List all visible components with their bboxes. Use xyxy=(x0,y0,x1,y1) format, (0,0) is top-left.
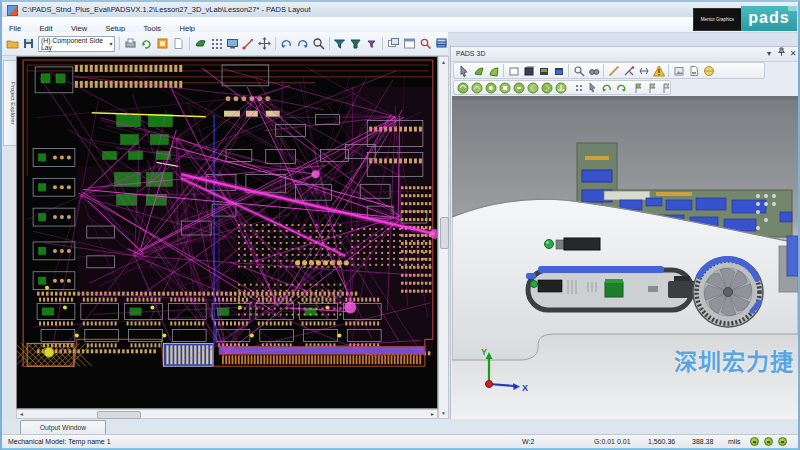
redo-icon[interactable] xyxy=(296,36,309,51)
status-units[interactable]: mils xyxy=(728,435,740,449)
print-icon[interactable] xyxy=(124,36,137,51)
title-bar[interactable]: C:\PADS_Stnd_Plus_Eval\PADSVX.1.2\Lesson… xyxy=(2,2,798,17)
new-window-icon[interactable] xyxy=(387,36,400,51)
tile-window-icon[interactable] xyxy=(403,36,416,51)
view-right-icon[interactable] xyxy=(541,81,553,94)
status-coord-y: 388.38 xyxy=(692,435,713,449)
scene-top-edge xyxy=(452,96,798,100)
route-mode-icon[interactable] xyxy=(242,36,255,51)
mentor-graphics-logo: Mentor Graphics xyxy=(693,8,742,31)
scroll-down-icon[interactable]: ▼ xyxy=(441,409,446,417)
output-tab-row: Output Window xyxy=(2,419,798,434)
view-front-icon[interactable] xyxy=(499,81,511,94)
view-back-icon[interactable] xyxy=(513,81,525,94)
show-components-icon[interactable] xyxy=(472,64,485,77)
status-grid: G:0.01 0.01 xyxy=(594,435,631,449)
canvas-vscrollbar[interactable]: ▲ ▼ xyxy=(438,56,449,419)
panel-menu-icon[interactable]: ▾ xyxy=(763,47,775,60)
export-icon[interactable] xyxy=(687,64,700,77)
pads-logo-accent xyxy=(788,6,797,11)
scroll-left-icon[interactable]: ◄ xyxy=(19,410,24,418)
measure-icon[interactable] xyxy=(607,64,620,77)
toolbar-separator xyxy=(568,64,569,77)
undo-icon[interactable] xyxy=(280,36,293,51)
show-mech-icon[interactable] xyxy=(487,64,500,77)
view-top2-icon[interactable] xyxy=(485,81,497,94)
new-document-icon[interactable] xyxy=(172,36,185,51)
status-bar: Mechanical Model: Temp name 1 W:2 G:0.01… xyxy=(2,434,798,449)
status-width: W:2 xyxy=(522,435,534,449)
filter-cup-icon[interactable] xyxy=(349,36,362,51)
toolbar-separator xyxy=(119,37,120,50)
output-window-tab[interactable]: Output Window xyxy=(20,420,106,434)
pads-3d-title: PADS 3D xyxy=(451,50,485,57)
layer-selector-dropdown[interactable]: (H) Component Side Lay▾ xyxy=(38,36,115,52)
toolbar-separator xyxy=(329,37,330,50)
toolbar-separator xyxy=(382,37,383,50)
status-indicator-2[interactable] xyxy=(764,437,773,446)
view-iso-nw-icon[interactable] xyxy=(471,81,483,94)
flag-2-icon[interactable] xyxy=(647,81,659,94)
scroll-right-icon[interactable]: ► xyxy=(430,410,435,418)
status-indicator-3[interactable] xyxy=(778,437,787,446)
save-icon[interactable] xyxy=(22,36,35,51)
canvas-hscrollbar[interactable]: ◄ ► xyxy=(16,409,438,419)
project-explorer-tab[interactable]: Project Explorer xyxy=(3,60,17,146)
layer-selector-value: (H) Component Side Lay xyxy=(41,37,109,51)
toolbar-separator xyxy=(603,64,604,77)
view-bottom-icon[interactable] xyxy=(552,64,565,77)
select-arrow-icon[interactable] xyxy=(457,64,470,77)
stadium-slot xyxy=(526,266,692,310)
zoom-icon[interactable] xyxy=(312,36,325,51)
view-iso-ne-icon[interactable] xyxy=(457,81,469,94)
open-file-icon[interactable] xyxy=(6,36,19,51)
view-left-icon[interactable] xyxy=(527,81,539,94)
chevron-down-icon: ▾ xyxy=(109,40,112,47)
hscroll-thumb[interactable] xyxy=(97,411,141,419)
view-iso2-icon[interactable] xyxy=(555,81,567,94)
fan xyxy=(693,257,763,327)
paste-special-icon[interactable] xyxy=(156,36,169,51)
pcb-layout-canvas[interactable] xyxy=(16,56,438,409)
toolbar-separator xyxy=(275,37,276,50)
flag-3-icon[interactable] xyxy=(661,81,673,94)
sphere-view-icon[interactable] xyxy=(702,64,715,77)
display-colors-icon[interactable] xyxy=(226,36,239,51)
move-mode-icon[interactable] xyxy=(258,36,271,51)
rotate-cw-icon[interactable] xyxy=(615,81,627,94)
warning-icon[interactable] xyxy=(652,64,665,77)
toolbar-separator xyxy=(668,64,669,77)
snapshot-icon[interactable] xyxy=(672,64,685,77)
scroll-up-icon[interactable]: ▲ xyxy=(441,58,446,66)
copper-pour-icon[interactable] xyxy=(194,36,207,51)
pads-3d-viewport[interactable]: Y X 深圳宏力捷 xyxy=(452,96,798,419)
filter-funnel-icon[interactable] xyxy=(333,36,346,51)
menu-bar: File Edit View Setup Tools Help xyxy=(2,17,798,33)
align-icon[interactable] xyxy=(637,64,650,77)
rotate-ccw-icon[interactable] xyxy=(601,81,613,94)
pin-icon[interactable] xyxy=(775,47,787,61)
filter-small-icon[interactable] xyxy=(365,36,378,51)
pick-icon[interactable] xyxy=(587,81,599,94)
view-box-icon[interactable] xyxy=(507,64,520,77)
watermark-text: 深圳宏力捷 xyxy=(674,343,794,377)
section-cut-icon[interactable] xyxy=(622,64,635,77)
layers-3d-icon[interactable] xyxy=(435,36,448,51)
pads-3d-header[interactable]: PADS 3D ✕ ▾ xyxy=(451,47,799,62)
pcb-artwork xyxy=(17,57,437,408)
binoculars-icon[interactable] xyxy=(587,64,600,77)
view-top-icon[interactable] xyxy=(537,64,550,77)
query-icon[interactable] xyxy=(419,36,432,51)
grid-dots-icon[interactable] xyxy=(210,36,223,51)
flag-1-icon[interactable] xyxy=(633,81,645,94)
close-icon[interactable]: ✕ xyxy=(787,47,799,60)
vscroll-thumb[interactable] xyxy=(440,217,449,249)
status-indicator-1[interactable] xyxy=(750,437,759,446)
main-toolbar: (H) Component Side Lay▾ xyxy=(2,32,448,56)
toolbar-separator xyxy=(503,64,504,77)
zoom-window-icon[interactable] xyxy=(572,64,585,77)
axis-x-label: X xyxy=(522,383,528,393)
grid-points-icon[interactable] xyxy=(573,81,585,94)
view-solid-icon[interactable] xyxy=(522,64,535,77)
redo-eco-icon[interactable] xyxy=(140,36,153,51)
